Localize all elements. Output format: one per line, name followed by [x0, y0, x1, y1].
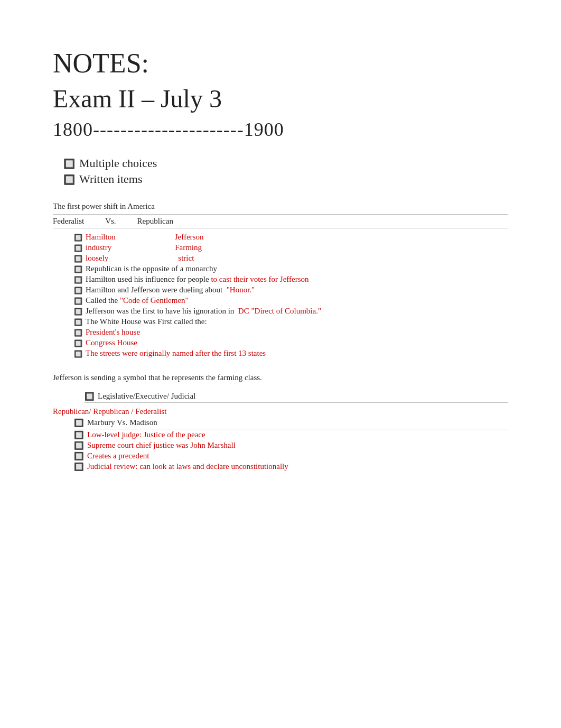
streets-text: The streets were originally named after …	[86, 349, 266, 358]
title-notes: NOTES:	[53, 48, 508, 79]
loosely-label: loosely	[86, 254, 108, 263]
industry-label: industry	[86, 243, 111, 252]
intro-line1: The first power shift in America	[53, 202, 508, 211]
marbury-text-5: Judicial review: can look at laws and de…	[87, 462, 288, 471]
hamilton-influence-text: Hamilton used his influence for people t…	[86, 275, 309, 284]
marbury-item-3: 🔲 Supreme court chief justice was John M…	[74, 441, 508, 450]
format-list: 🔲 Multiple choices 🔲 Written items	[63, 156, 508, 186]
republican-party-label: Republican/ Republican / Federalist	[53, 407, 508, 416]
leg-text: Legislative/Executive/ Judicial	[98, 392, 195, 401]
bullet-icon-supreme: 🔲	[74, 441, 84, 450]
bullet-icon-presidents: 🔲	[74, 329, 82, 337]
jefferson-paragraph: Jefferson is sending a symbol that he re…	[53, 373, 508, 382]
bullet-icon-monarchy: 🔲	[74, 265, 82, 274]
format-item-2: 🔲 Written items	[63, 172, 508, 186]
bullet-presidents-house: 🔲 President's house	[74, 328, 508, 337]
federalist-bar: Federalist Vs. Republican	[53, 214, 508, 228]
format-label-2: Written items	[79, 172, 142, 186]
bullet-jefferson-dc: 🔲 Jefferson was the first to have his ig…	[74, 307, 508, 316]
marbury-item-5: 🔲 Judicial review: can look at laws and …	[74, 462, 508, 472]
leg-item: 🔲 Legislative/Executive/ Judicial	[85, 392, 508, 403]
title-years: 1800----------------------1900	[53, 118, 508, 141]
bullet-icon-hamilton: 🔲	[74, 234, 82, 242]
vs-label: Vs.	[105, 217, 116, 226]
bullet-congress-house: 🔲 Congress House	[74, 338, 508, 348]
hamilton-duel-text: Hamilton and Jefferson were dueling abou…	[86, 285, 255, 294]
marbury-item-4: 🔲 Creates a precedent	[74, 451, 508, 461]
format-label-1: Multiple choices	[79, 156, 157, 170]
comparison-list: 🔲 Hamilton Jefferson 🔲 industry Farming …	[74, 233, 508, 358]
federalist-label: Federalist	[53, 217, 84, 226]
marbury-item-2: 🔲 Low-level judge: Justice of the peace	[74, 430, 508, 440]
bullet-icon-influence: 🔲	[74, 276, 82, 284]
bullet-icon-1: 🔲	[63, 158, 75, 170]
strict-label: strict	[178, 254, 194, 263]
bullet-icon-code: 🔲	[74, 297, 82, 306]
bullet-icon-precedent: 🔲	[74, 451, 84, 461]
format-item-1: 🔲 Multiple choices	[63, 156, 508, 170]
marbury-text-3: Supreme court chief justice was John Mar…	[87, 441, 236, 450]
comparison-hamilton: 🔲 Hamilton Jefferson	[74, 233, 508, 242]
bullet-icon-leg: 🔲	[85, 392, 95, 401]
bullet-white-house: 🔲 The White House was First called the:	[74, 317, 508, 327]
title-exam: Exam II – July 3	[53, 84, 508, 113]
presidents-house-text: President's house	[86, 328, 140, 337]
bullet-icon-marbury: 🔲	[74, 418, 84, 428]
farming-label: Farming	[175, 243, 202, 252]
white-house-text: The White House was First called the:	[86, 317, 207, 326]
marbury-list: 🔲 Marbury Vs. Madison 🔲 Low-level judge:…	[74, 418, 508, 472]
marbury-text-2: Low-level judge: Justice of the peace	[87, 430, 205, 439]
bullet-icon-judicial: 🔲	[74, 462, 84, 472]
bullet-icon-lowlevel: 🔲	[74, 430, 84, 440]
bullet-icon-2: 🔲	[63, 174, 75, 186]
bullet-icon-congress: 🔲	[74, 339, 82, 348]
hamilton-label: Hamilton	[86, 233, 116, 242]
comparison-loosely: 🔲 loosely strict	[74, 254, 508, 263]
marbury-text-4: Creates a precedent	[87, 451, 149, 460]
jefferson-dc-text: Jefferson was the first to have his igno…	[86, 307, 321, 316]
republican-label: Republican	[137, 217, 173, 226]
republican-monarchy-text: Republican is the opposite of a monarchy	[86, 264, 217, 273]
congress-house-text: Congress House	[86, 338, 137, 347]
bullet-republican-monarchy: 🔲 Republican is the opposite of a monarc…	[74, 264, 508, 274]
code-gentlemen-text: Called the "Code of Gentlemen"	[86, 296, 189, 305]
bullet-code-gentlemen: 🔲 Called the "Code of Gentlemen"	[74, 296, 508, 306]
marbury-item-1: 🔲 Marbury Vs. Madison	[74, 418, 508, 429]
comparison-industry: 🔲 industry Farming	[74, 243, 508, 253]
bullet-icon-industry: 🔲	[74, 244, 82, 253]
leg-list: 🔲 Legislative/Executive/ Judicial	[85, 392, 508, 403]
bullet-icon-duel: 🔲	[74, 287, 82, 295]
bullet-streets: 🔲 The streets were originally named afte…	[74, 349, 508, 358]
bullet-hamilton-duel: 🔲 Hamilton and Jefferson were dueling ab…	[74, 285, 508, 295]
bullet-icon-dc: 🔲	[74, 308, 82, 316]
bullet-hamilton-influence: 🔲 Hamilton used his influence for people…	[74, 275, 508, 284]
marbury-text-1: Marbury Vs. Madison	[87, 418, 157, 427]
bullet-icon-streets: 🔲	[74, 350, 82, 358]
bullet-icon-loosely: 🔲	[74, 255, 82, 263]
bullet-icon-whitehouse: 🔲	[74, 318, 82, 327]
jefferson-label: Jefferson	[175, 233, 204, 242]
